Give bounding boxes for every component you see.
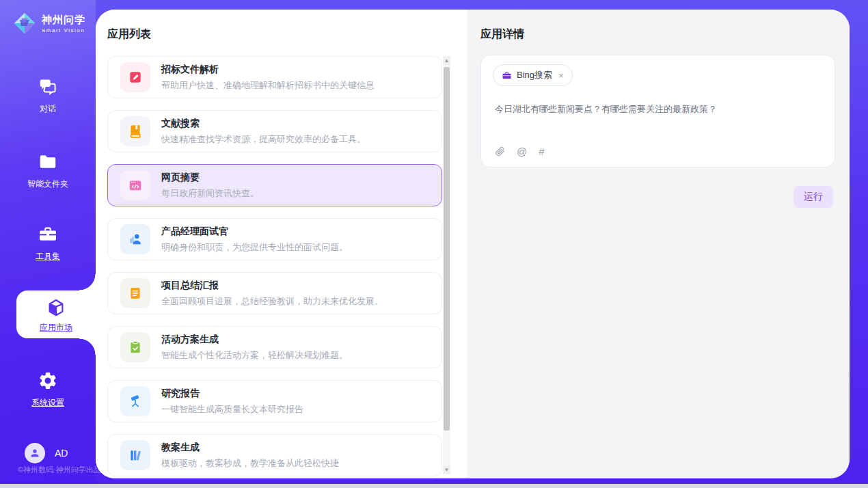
scrollbar[interactable]: ▲ ▼ [443, 56, 450, 474]
app-item-web-summary[interactable]: 网页摘要 每日政府新闻资讯快查。 [107, 164, 442, 206]
interviewer-icon [120, 224, 150, 254]
app-list: 招标文件解析 帮助用户快速、准确地理解和解析招标书中的关键信息 文献搜索 快速精… [107, 56, 442, 478]
sidebar-item-label: 智能文件夹 [27, 179, 68, 189]
books-icon [120, 440, 150, 470]
app-item-literature-search[interactable]: 文献搜索 快速精准查找学术资源，提高研究效率的必备工具。 [107, 110, 442, 152]
app-item-research-report[interactable]: 研究报告 一键智能生成高质量长文本研究报告 [107, 380, 442, 422]
toolbox-icon [38, 224, 58, 245]
tool-tag-label: Bing搜索 [517, 69, 552, 81]
sidebar-item-label: 系统设置 [31, 398, 64, 407]
app-item-title: 活动方案生成 [161, 334, 348, 346]
sidebar-item-smart-folder[interactable]: 智能文件夹 [0, 152, 96, 190]
app-item-lesson-plan[interactable]: 教案生成 模板驱动，教案秒成，教学准备从此轻松快捷 [107, 434, 442, 476]
sidebar-item-toolset[interactable]: 工具集 [0, 224, 96, 262]
chat-icon [38, 77, 58, 97]
app-item-title: 网页摘要 [161, 172, 259, 184]
hash-icon[interactable]: # [539, 146, 544, 157]
tool-tag-bing-search[interactable]: Bing搜索 × [493, 64, 573, 86]
brand-diamond-icon [12, 11, 37, 36]
prompt-input[interactable]: 今日湖北有哪些新闻要点？有哪些需要关注的最新政策？ [495, 103, 821, 116]
user-account[interactable]: AD [25, 443, 68, 463]
memo-icon [120, 278, 150, 308]
copyright-footer: ©神州数码·神州问学出品 [18, 465, 101, 475]
app-item-title: 招标文件解析 [161, 64, 375, 76]
person-icon [29, 447, 41, 459]
app-item-desc: 明确身份和职责，为您提供专业性的面试问题。 [161, 241, 348, 254]
app-item-desc: 智能生成个性化活动方案，轻松解决规划难题。 [161, 349, 348, 362]
prompt-card: Bing搜索 × 今日湖北有哪些新闻要点？有哪些需要关注的最新政策？ @ # [480, 55, 835, 167]
app-item-desc: 每日政府新闻资讯快查。 [161, 187, 259, 200]
app-detail-panel: 应用详情 Bing搜索 × 今日湖北有哪些新闻要点？有哪些需要关注的最新政策？ [467, 10, 850, 478]
app-item-title: 研究报告 [161, 388, 303, 400]
app-item-title: 教案生成 [161, 442, 339, 454]
run-button[interactable]: 运行 [794, 186, 833, 208]
sidebar-item-settings[interactable]: 系统设置 [0, 370, 96, 409]
browser-code-icon [120, 170, 150, 200]
brand-tagline: Smart Vision [42, 27, 85, 33]
app-detail-title: 应用详情 [480, 27, 524, 42]
sidebar-item-label: 应用市场 [40, 323, 72, 332]
clipboard-check-icon [120, 332, 150, 362]
app-list-title: 应用列表 [107, 27, 151, 42]
sidebar-item-label: 对话 [40, 104, 56, 113]
book-icon [120, 116, 150, 146]
tag-close-icon[interactable]: × [558, 70, 564, 81]
app-item-title: 产品经理面试官 [161, 226, 348, 238]
paperclip-icon[interactable] [495, 146, 505, 157]
app-item-desc: 帮助用户快速、准确地理解和解析招标书中的关键信息 [161, 79, 375, 92]
briefcase-icon [502, 70, 512, 81]
app-item-desc: 全面回顾项目进展，总结经验教训，助力未来优化发展。 [161, 295, 383, 308]
app-item-title: 文献搜索 [161, 118, 366, 130]
bubble-curve-bottom [79, 338, 96, 355]
sidebar-item-chat[interactable]: 对话 [0, 77, 96, 115]
window-bottom-edge [0, 484, 868, 488]
sidebar: 神州问学 Smart Vision 对话 智能文件夹 [0, 0, 96, 488]
app-item-project-summary[interactable]: 项目总结汇报 全面回顾项目进展，总结经验教训，助力未来优化发展。 [107, 272, 442, 314]
brand-logo: 神州问学 Smart Vision [12, 11, 85, 36]
avatar [25, 443, 45, 463]
scrollbar-thumb[interactable] [444, 67, 450, 431]
bubble-curve-top [79, 274, 96, 290]
app-item-bid-parse[interactable]: 招标文件解析 帮助用户快速、准确地理解和解析招标书中的关键信息 [107, 56, 442, 98]
scroll-down-arrow[interactable]: ▼ [443, 465, 450, 474]
sidebar-item-label: 工具集 [36, 252, 60, 261]
scroll-up-arrow[interactable]: ▲ [443, 56, 450, 65]
user-initials: AD [55, 448, 68, 459]
cube-icon [46, 297, 66, 318]
app-item-event-plan[interactable]: 活动方案生成 智能生成个性化活动方案，轻松解决规划难题。 [107, 326, 442, 368]
mention-icon[interactable]: @ [517, 146, 527, 157]
research-icon [120, 386, 150, 416]
gear-icon [38, 370, 58, 391]
app-item-desc: 一键智能生成高质量长文本研究报告 [161, 403, 303, 416]
sidebar-item-app-market[interactable]: 应用市场 [16, 290, 96, 338]
app-list-panel: 应用列表 招标文件解析 帮助用户快速、准确地理解和解析招标书中的关键信息 [96, 10, 467, 478]
app-item-title: 项目总结汇报 [161, 280, 383, 292]
main-content: 应用列表 招标文件解析 帮助用户快速、准确地理解和解析招标书中的关键信息 [96, 10, 850, 478]
app-item-desc: 模板驱动，教案秒成，教学准备从此轻松快捷 [161, 457, 339, 470]
folder-icon [38, 152, 58, 172]
document-edit-icon [120, 62, 150, 92]
attachment-toolbar: @ # [495, 146, 545, 157]
brand-name: 神州问学 [42, 14, 85, 27]
app-item-desc: 快速精准查找学术资源，提高研究效率的必备工具。 [161, 133, 366, 146]
app-item-pm-interviewer[interactable]: 产品经理面试官 明确身份和职责，为您提供专业性的面试问题。 [107, 218, 442, 260]
